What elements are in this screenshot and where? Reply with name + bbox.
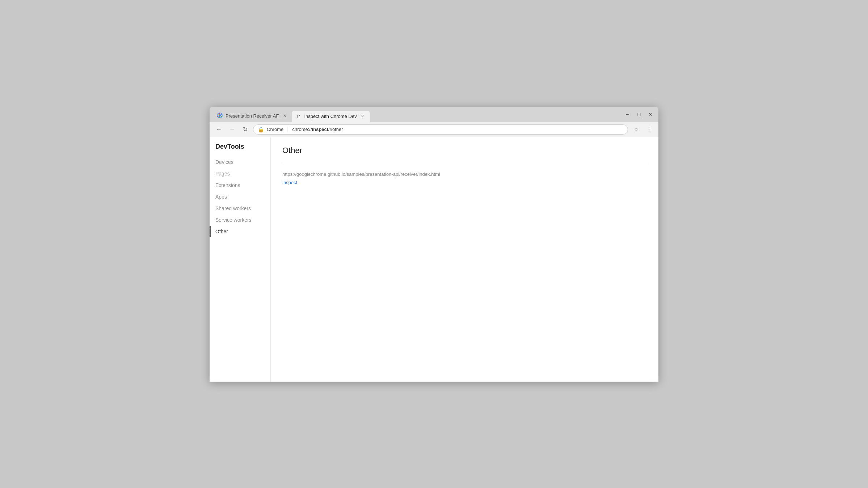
sidebar-nav: Devices Pages Extensions Apps Shared wor…	[210, 156, 270, 237]
tab-presentation[interactable]: Presentation Receiver AF ✕	[212, 110, 292, 122]
sidebar-item-devices[interactable]: Devices	[210, 156, 270, 168]
sidebar-item-apps[interactable]: Apps	[210, 191, 270, 203]
tab-inspect-close[interactable]: ✕	[360, 114, 366, 119]
new-tab-button[interactable]	[371, 111, 382, 122]
section-divider	[282, 164, 647, 164]
tab-inspect[interactable]: 🗋 Inspect with Chrome Dev ✕	[292, 111, 370, 122]
window-controls: − □ ✕	[622, 109, 656, 119]
minimize-button[interactable]: −	[622, 109, 632, 119]
more-button[interactable]: ⋮	[644, 124, 654, 135]
url-bar[interactable]: 🔒 Chrome | chrome://inspect/#other	[253, 124, 628, 135]
entry-url: https://googlechrome.github.io/samples/p…	[282, 171, 647, 177]
entry-inspect-link[interactable]: inspect	[282, 180, 297, 185]
browser-window: Presentation Receiver AF ✕ 🗋 Inspect wit…	[210, 107, 658, 382]
entry-item: https://googlechrome.github.io/samples/p…	[282, 171, 647, 186]
url-separator: |	[287, 126, 288, 133]
sidebar-title: DevTools	[210, 143, 270, 156]
doc-icon: 🗋	[296, 114, 301, 119]
security-icon: 🔒	[258, 127, 264, 132]
page-title: Other	[282, 146, 647, 155]
tab-presentation-close[interactable]: ✕	[282, 113, 287, 119]
sidebar-item-other[interactable]: Other	[210, 226, 270, 237]
url-text: chrome://inspect/#other	[292, 127, 343, 132]
url-source: Chrome	[267, 127, 283, 132]
url-bold: inspect	[312, 127, 329, 132]
sidebar-item-extensions[interactable]: Extensions	[210, 179, 270, 191]
sidebar: DevTools Devices Pages Extensions Apps S…	[210, 137, 270, 382]
sidebar-item-shared-workers[interactable]: Shared workers	[210, 203, 270, 214]
sidebar-item-service-workers[interactable]: Service workers	[210, 214, 270, 226]
reload-button[interactable]: ↻	[240, 124, 250, 135]
forward-button[interactable]: →	[227, 124, 237, 135]
back-button[interactable]: ←	[214, 124, 224, 135]
maximize-button[interactable]: □	[634, 109, 644, 119]
tab-bar: Presentation Receiver AF ✕ 🗋 Inspect wit…	[210, 107, 658, 122]
tab-presentation-title: Presentation Receiver AF	[226, 113, 279, 119]
sidebar-item-pages[interactable]: Pages	[210, 168, 270, 179]
bookmark-button[interactable]: ☆	[631, 124, 641, 135]
tab-inspect-title: Inspect with Chrome Dev	[304, 114, 357, 119]
browser-body: DevTools Devices Pages Extensions Apps S…	[210, 137, 658, 382]
chrome-icon	[217, 113, 223, 119]
svg-point-1	[219, 114, 221, 116]
close-button[interactable]: ✕	[645, 109, 656, 119]
address-bar: ← → ↻ 🔒 Chrome | chrome://inspect/#other…	[210, 122, 658, 137]
main-panel: Other https://googlechrome.github.io/sam…	[270, 137, 658, 382]
